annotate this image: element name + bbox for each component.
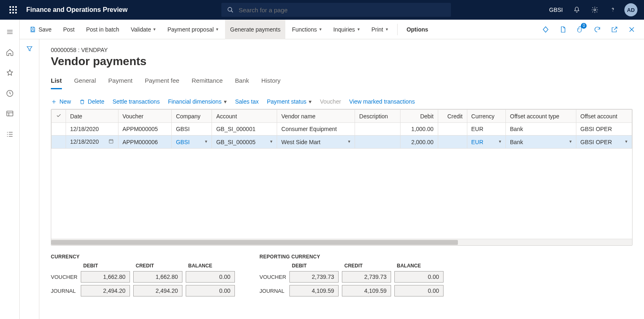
cell-vendor[interactable]: West Side Mart▾	[277, 136, 355, 149]
row-selector[interactable]	[52, 123, 66, 136]
notifications-button[interactable]	[569, 2, 585, 18]
table-row[interactable]: 12/18/2020APPM000005GBSIGB_SI_000001Cons…	[52, 123, 632, 136]
functions-dropdown[interactable]: Functions▾	[287, 20, 327, 39]
delete-button[interactable]: Delete	[79, 98, 104, 105]
column-header-date[interactable]: Date	[66, 110, 118, 123]
attachments-button[interactable]	[538, 22, 553, 37]
nav-modules[interactable]	[2, 126, 18, 143]
print-dropdown[interactable]: Print▾	[366, 20, 393, 39]
pin-button[interactable]: 0	[573, 22, 587, 37]
cell-debit[interactable]: 1,000.00	[400, 123, 438, 136]
column-header-offset-account[interactable]: Offset account	[576, 110, 632, 123]
tab-payment-fee[interactable]: Payment fee	[145, 75, 179, 89]
tab-remittance[interactable]: Remittance	[191, 75, 223, 89]
cell-oa[interactable]: GBSI OPER▾	[576, 136, 632, 149]
column-header-account[interactable]: Account	[212, 110, 277, 123]
tab-bank[interactable]: Bank	[235, 75, 249, 89]
navigation-rail	[0, 20, 20, 319]
post-in-batch-button[interactable]: Post in batch	[81, 20, 124, 39]
horizontal-scrollbar[interactable]	[51, 239, 632, 245]
column-header-credit[interactable]: Credit	[438, 110, 467, 123]
find-button[interactable]	[435, 20, 445, 39]
cell-date[interactable]: 12/18/2020	[66, 136, 118, 149]
column-header-voucher[interactable]: Voucher	[118, 110, 171, 123]
office-button[interactable]	[555, 22, 570, 37]
cell-account[interactable]: GB_SI_000005▾	[212, 136, 277, 149]
payments-grid[interactable]: DateVoucherCompanyAccountVendor nameDesc…	[51, 109, 633, 246]
column-header-description[interactable]: Description	[355, 110, 401, 123]
cell-description[interactable]	[355, 123, 401, 136]
column-header-offset-account-type[interactable]: Offset account type	[506, 110, 576, 123]
nav-favorites[interactable]	[2, 65, 18, 81]
tab-list[interactable]: List	[51, 75, 62, 89]
user-avatar[interactable]: AD	[624, 3, 637, 16]
view-marked-transactions-button[interactable]: View marked transactions	[349, 98, 415, 105]
new-button[interactable]: New	[51, 98, 71, 105]
close-button[interactable]	[624, 22, 639, 37]
cell-credit[interactable]	[438, 123, 467, 136]
column-header-vendor-name[interactable]: Vendor name	[277, 110, 355, 123]
cell-oat[interactable]: Bank	[506, 123, 576, 136]
refresh-button[interactable]	[590, 22, 605, 37]
generate-payments-button[interactable]: Generate payments	[225, 20, 285, 39]
cell-date[interactable]: 12/18/2020	[66, 123, 118, 136]
popout-button[interactable]	[607, 22, 622, 37]
cell-oa[interactable]: GBSI OPER	[576, 123, 632, 136]
column-header-debit[interactable]: Debit	[400, 110, 438, 123]
cell-description[interactable]	[355, 136, 401, 149]
currency-totals-label: CURRENCY	[51, 254, 235, 260]
cell-oat[interactable]: Bank▾	[506, 136, 576, 149]
cell-voucher[interactable]: APPM000006	[118, 136, 171, 149]
totals-panel: CURRENCY DEBITCREDITBALANCEVOUCHER1,662.…	[51, 254, 633, 296]
cell-debit[interactable]: 2,000.00	[400, 136, 438, 149]
financial-dimensions-dropdown[interactable]: Financial dimensions▾	[168, 98, 227, 105]
totals-row-label: VOUCHER	[259, 274, 286, 280]
cell-company[interactable]: GBSI	[172, 123, 212, 136]
table-row[interactable]: 12/18/2020APPM000006GBSI▾GB_SI_000005▾We…	[52, 136, 632, 149]
totals-cell: 0.00	[394, 285, 444, 296]
chevron-down-icon: ▾	[205, 139, 207, 144]
workspace-icon	[6, 110, 14, 118]
search-input[interactable]	[239, 7, 445, 14]
validate-dropdown[interactable]: Validate▾	[126, 20, 161, 39]
nav-recent[interactable]	[2, 85, 18, 102]
filter-pane-toggle[interactable]	[20, 39, 39, 319]
cell-voucher[interactable]: APPM000005	[118, 123, 171, 136]
select-all-header[interactable]	[52, 110, 66, 123]
global-search[interactable]	[221, 3, 451, 17]
post-button[interactable]: Post	[58, 20, 80, 39]
options-button[interactable]: Options	[402, 20, 433, 39]
payment-proposal-dropdown[interactable]: Payment proposal▾	[162, 20, 223, 39]
settle-transactions-button[interactable]: Settle transactions	[112, 98, 159, 105]
tab-payment[interactable]: Payment	[108, 75, 132, 89]
column-header-currency[interactable]: Currency	[467, 110, 506, 123]
save-button[interactable]: Save	[25, 20, 57, 39]
cell-company[interactable]: GBSI▾	[172, 136, 212, 149]
settings-button[interactable]	[587, 2, 603, 18]
cell-vendor[interactable]: Consumer Equipment	[277, 123, 355, 136]
nav-expand-button[interactable]	[2, 24, 18, 40]
row-selector[interactable]	[52, 136, 66, 149]
inquiries-dropdown[interactable]: Inquiries▾	[328, 20, 365, 39]
svg-rect-25	[109, 140, 113, 143]
cell-account[interactable]: GB_SI_000001	[212, 123, 277, 136]
sales-tax-button[interactable]: Sales tax	[235, 98, 259, 105]
totals-cell: 0.00	[394, 271, 444, 283]
totals-row-label: JOURNAL	[259, 288, 286, 294]
cell-currency[interactable]: EUR▾	[467, 136, 506, 149]
save-icon	[30, 26, 36, 33]
column-header-company[interactable]: Company	[172, 110, 212, 123]
chevron-down-icon: ▾	[153, 27, 156, 32]
app-launcher-button[interactable]	[3, 6, 23, 14]
nav-home[interactable]	[2, 44, 18, 61]
cell-credit[interactable]	[438, 136, 467, 149]
tab-general[interactable]: General	[74, 75, 96, 89]
payment-status-dropdown[interactable]: Payment status▾	[267, 98, 312, 105]
nav-workspaces[interactable]	[2, 106, 18, 122]
cell-currency[interactable]: EUR	[467, 123, 506, 136]
help-button[interactable]	[605, 2, 621, 18]
voucher-button: Voucher	[320, 98, 341, 105]
tab-history[interactable]: History	[262, 75, 281, 89]
company-code[interactable]: GBSI	[545, 7, 567, 13]
search-icon	[227, 7, 234, 13]
